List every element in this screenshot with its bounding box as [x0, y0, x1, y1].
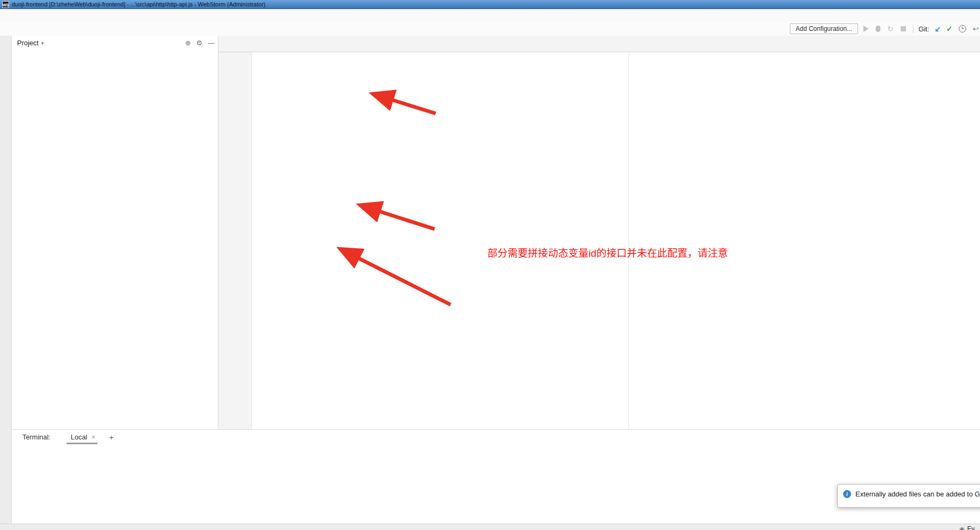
new-terminal-session-icon[interactable]: +: [109, 433, 114, 442]
red-annotation-text: 部分需要拼接动态变量id的接口并未在此配置，请注意: [487, 245, 728, 259]
run-icon[interactable]: [863, 26, 869, 32]
project-panel: Project ▾ ⊕ ⚙ —: [12, 36, 218, 429]
git-update-icon[interactable]: ↙: [935, 25, 941, 32]
event-log-label: Ev: [967, 525, 975, 530]
terminal-tab-underline: [67, 443, 97, 444]
project-panel-title[interactable]: Project: [17, 39, 38, 47]
chevron-down-icon[interactable]: ▾: [41, 40, 179, 46]
close-icon[interactable]: ×: [92, 434, 95, 441]
debug-icon[interactable]: [876, 26, 880, 32]
status-bar: ◉ Ev: [0, 524, 980, 530]
event-log-icon: ◉: [959, 526, 965, 530]
status-bar-items: [0, 524, 980, 530]
webstorm-logo-icon: WS: [2, 1, 9, 8]
terminal-tab-label: Local: [71, 433, 87, 441]
notification-message: Externally added files can be added to G…: [855, 490, 980, 498]
terminal-output[interactable]: [12, 444, 980, 451]
project-panel-header: Project ▾ ⊕ ⚙ —: [12, 36, 218, 50]
locate-file-icon[interactable]: ⊕: [185, 39, 191, 47]
run-toolbar: Add Configuration... ↻ Git: ↙ ✓ ↩: [790, 23, 980, 34]
stop-icon[interactable]: [901, 26, 906, 31]
git-commit-icon[interactable]: ✓: [946, 25, 953, 32]
rollback-icon[interactable]: ↩: [973, 25, 979, 32]
terminal-panel: Terminal: Local × +: [12, 429, 980, 524]
terminal-label: Terminal:: [22, 433, 51, 441]
terminal-tab-local[interactable]: Local ×: [67, 430, 97, 444]
event-log-widget[interactable]: ◉ Ev: [959, 525, 975, 530]
toolbar-divider: [913, 25, 913, 33]
toolbar-row: Add Configuration... ↻ Git: ↙ ✓ ↩: [0, 22, 980, 36]
terminal-header: Terminal: Local × +: [12, 430, 980, 444]
menu-bar: [0, 9, 980, 22]
add-configuration-button[interactable]: Add Configuration...: [790, 23, 858, 34]
left-tool-stripe: [0, 36, 12, 524]
right-margin-guide: [628, 52, 629, 429]
title-bar[interactable]: WS duoji-frontend [D:\zheheWeb\duoji-fro…: [0, 0, 980, 9]
webstorm-window: WS duoji-frontend [D:\zheheWeb\duoji-fro…: [0, 0, 980, 530]
hide-panel-icon[interactable]: —: [208, 39, 215, 47]
git-label: Git:: [919, 25, 929, 33]
info-icon: i: [843, 490, 851, 498]
history-icon[interactable]: [959, 25, 966, 32]
editor-tab-bar: [218, 36, 980, 52]
editor-gutter: [218, 52, 252, 429]
vcs-notification: i Externally added files can be added to…: [837, 484, 980, 508]
settings-gear-icon[interactable]: ⚙: [196, 39, 202, 47]
coverage-icon[interactable]: ↻: [887, 25, 894, 32]
editor-area: 部分需要拼接动态变量id的接口并未在此配置，请注意: [218, 36, 980, 429]
window-title: duoji-frontend [D:\zheheWeb\duoji-fronte…: [12, 1, 265, 7]
